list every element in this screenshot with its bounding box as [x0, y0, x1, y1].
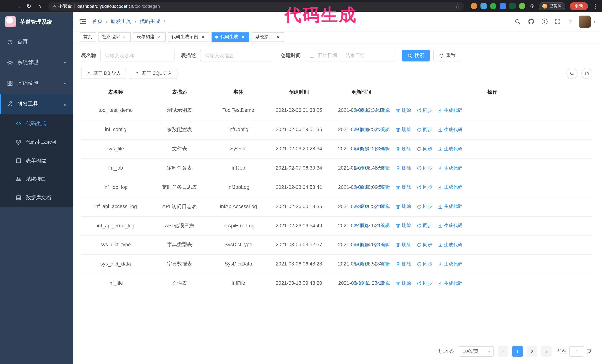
header-search-icon[interactable]	[515, 18, 521, 25]
sidebar-item-system-api[interactable]: 系统接口	[0, 170, 73, 188]
extension-icon-1[interactable]	[471, 3, 477, 9]
address-bar[interactable]: ⚠ 不安全 dashboard.yudao.iocoder.cn/tool/co…	[48, 2, 464, 10]
tab-close-icon[interactable]: ×	[157, 34, 162, 40]
browser-menu-icon[interactable]: ⋮	[592, 3, 598, 10]
tab-close-icon[interactable]: ×	[122, 34, 127, 40]
generate-code-action[interactable]: 生成代码	[438, 203, 462, 210]
extension-icon-6[interactable]	[519, 3, 525, 9]
sidebar-item-form-builder[interactable]: 表单构建	[0, 151, 73, 170]
sync-action[interactable]: 同步	[417, 184, 432, 191]
generate-code-action[interactable]: 生成代码	[438, 165, 462, 172]
sync-action[interactable]: 同步	[417, 126, 432, 133]
sidebar-item-devtools[interactable]: 研发工具 ▴	[0, 94, 73, 114]
preview-action[interactable]: 预览	[353, 107, 369, 114]
sidebar-item-system[interactable]: 系统管理 ▾	[0, 52, 73, 73]
sidebar-item-codegen-example[interactable]: 代码生成示例	[0, 133, 73, 151]
delete-action[interactable]: 删除	[396, 165, 411, 172]
fullscreen-icon[interactable]	[555, 19, 560, 24]
profile-paused-badge[interactable]: 已暂停	[539, 2, 565, 10]
browser-back-icon[interactable]: ←	[4, 2, 13, 10]
breadcrumb-item[interactable]: 首页	[92, 18, 103, 25]
extension-icon-2[interactable]	[481, 3, 487, 9]
edit-action[interactable]: 编辑	[374, 241, 390, 249]
delete-action[interactable]: 删除	[396, 280, 411, 287]
search-button[interactable]: 搜索	[402, 50, 430, 62]
date-range-picker[interactable]: 开始日期 - 结束日期	[305, 50, 395, 62]
generate-code-action[interactable]: 生成代码	[438, 145, 462, 153]
sync-action[interactable]: 同步	[417, 222, 432, 229]
tab[interactable]: 首页 ×	[80, 32, 96, 42]
sync-action[interactable]: 同步	[417, 203, 432, 210]
preview-action[interactable]: 预览	[353, 165, 369, 172]
browser-reload-icon[interactable]: ↻	[24, 2, 33, 10]
tab[interactable]: 系统接口 ×	[252, 32, 284, 42]
goto-page-input[interactable]	[570, 346, 584, 357]
delete-action[interactable]: 删除	[396, 241, 411, 249]
delete-action[interactable]: 删除	[396, 184, 411, 191]
tab[interactable]: 链路追踪 ×	[98, 32, 131, 42]
tab-close-icon[interactable]: ×	[240, 34, 246, 40]
generate-code-action[interactable]: 生成代码	[438, 261, 462, 268]
tab[interactable]: 代码生成 ×	[212, 32, 249, 42]
avatar[interactable]	[579, 15, 591, 28]
preview-action[interactable]: 预览	[353, 280, 369, 287]
page-size-select[interactable]: 10条/页 ▾	[459, 346, 494, 357]
sync-action[interactable]: 同步	[417, 261, 432, 268]
preview-action[interactable]: 预览	[353, 222, 369, 229]
sidebar-item-codegen[interactable]: 代码生成	[0, 114, 73, 133]
sync-action[interactable]: 同步	[417, 107, 432, 114]
preview-action[interactable]: 预览	[353, 261, 369, 268]
next-page-button[interactable]: ›	[541, 346, 552, 357]
sync-action[interactable]: 同步	[417, 280, 432, 287]
sync-action[interactable]: 同步	[417, 145, 432, 153]
import-db-button[interactable]: 基于 DB 导入	[81, 68, 126, 79]
tab[interactable]: 代码生成示例 ×	[168, 32, 209, 42]
delete-action[interactable]: 删除	[396, 222, 411, 229]
preview-action[interactable]: 预览	[353, 126, 369, 133]
sidebar-item-home[interactable]: 首页	[0, 31, 73, 52]
font-size-icon[interactable]: Tt	[568, 19, 572, 24]
delete-action[interactable]: 删除	[396, 145, 411, 153]
preview-action[interactable]: 预览	[353, 184, 369, 191]
edit-action[interactable]: 编辑	[374, 107, 390, 114]
page-number-button[interactable]: 1	[512, 346, 523, 357]
preview-action[interactable]: 预览	[353, 203, 369, 210]
edit-action[interactable]: 编辑	[374, 184, 390, 191]
edit-action[interactable]: 编辑	[374, 145, 390, 153]
breadcrumb-item[interactable]: 研发工具	[111, 18, 131, 25]
sidebar-item-infra[interactable]: 基础设施 ▾	[0, 73, 73, 94]
edit-action[interactable]: 编辑	[374, 165, 390, 172]
extension-icon-5[interactable]	[509, 3, 516, 9]
github-icon[interactable]	[528, 18, 535, 25]
delete-action[interactable]: 删除	[396, 126, 411, 133]
reset-button[interactable]: 重置	[433, 50, 461, 62]
browser-home-icon[interactable]: ⌂	[35, 2, 44, 10]
help-icon[interactable]: ?	[542, 19, 548, 24]
table-name-input[interactable]	[100, 50, 174, 62]
import-sql-button[interactable]: 基于 SQL 导入	[130, 68, 177, 79]
delete-action[interactable]: 删除	[396, 203, 411, 210]
sidebar-item-db-doc[interactable]: 数据库文档	[0, 188, 73, 207]
generate-code-action[interactable]: 生成代码	[438, 241, 462, 249]
tab-close-icon[interactable]: ×	[200, 34, 206, 40]
delete-action[interactable]: 删除	[396, 261, 411, 268]
refresh-table-button[interactable]	[581, 68, 592, 79]
toggle-search-button[interactable]	[566, 68, 578, 79]
edit-action[interactable]: 编辑	[374, 280, 390, 287]
generate-code-action[interactable]: 生成代码	[438, 107, 462, 114]
sync-action[interactable]: 同步	[417, 165, 432, 172]
edit-action[interactable]: 编辑	[374, 203, 390, 210]
delete-action[interactable]: 删除	[396, 107, 411, 114]
preview-action[interactable]: 预览	[353, 241, 369, 249]
extensions-puzzle-icon[interactable]	[529, 3, 535, 9]
browser-forward-icon[interactable]: →	[14, 2, 23, 10]
edit-action[interactable]: 编辑	[374, 261, 390, 268]
bookmark-star-icon[interactable]: ☆	[455, 3, 460, 9]
generate-code-action[interactable]: 生成代码	[438, 126, 462, 133]
extension-icon-3[interactable]	[490, 3, 496, 9]
hamburger-icon[interactable]	[80, 19, 86, 24]
edit-action[interactable]: 编辑	[374, 222, 390, 229]
security-warning[interactable]: ⚠ 不安全	[53, 3, 72, 9]
prev-page-button[interactable]: ‹	[498, 346, 508, 357]
generate-code-action[interactable]: 生成代码	[438, 222, 462, 229]
